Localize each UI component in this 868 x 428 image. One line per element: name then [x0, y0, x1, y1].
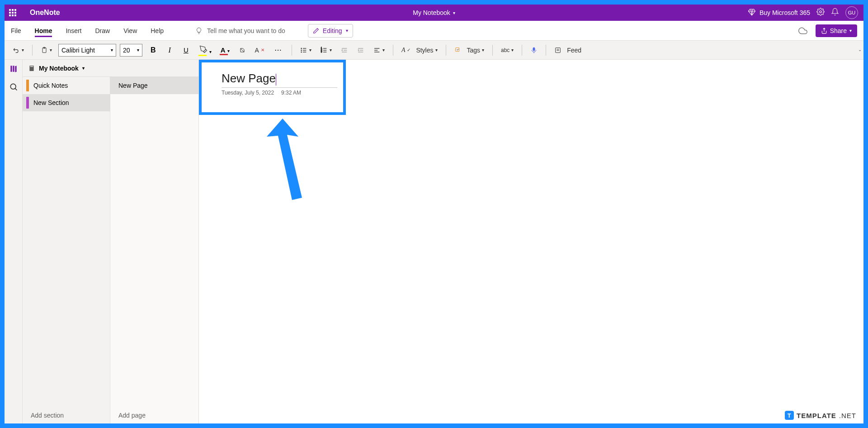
page-title-input[interactable]: New Page — [222, 71, 337, 88]
page-item[interactable]: New Page — [110, 77, 198, 94]
svg-rect-32 — [30, 66, 33, 67]
add-page-button[interactable]: Add page — [110, 407, 198, 423]
styles-button[interactable]: A✓ Styles▾ — [399, 45, 440, 56]
watermark-icon: T — [785, 411, 794, 420]
align-button[interactable]: ▾ — [371, 45, 387, 56]
feed-button[interactable]: Feed — [552, 45, 584, 56]
menu-draw[interactable]: Draw — [95, 24, 110, 37]
search-icon[interactable] — [9, 82, 18, 91]
menu-bar: File Home Insert Draw View Help Tell me … — [5, 21, 863, 41]
share-button[interactable]: Share ▾ — [816, 24, 857, 37]
menu-file[interactable]: File — [11, 24, 21, 37]
section-item-quick-notes[interactable]: Quick Notes — [23, 77, 110, 94]
svg-line-30 — [15, 88, 17, 90]
underline-button[interactable]: U — [179, 44, 193, 56]
notebooks-icon[interactable] — [9, 64, 18, 73]
page-date: Tuesday, July 5, 2022 — [222, 90, 274, 96]
chevron-down-icon: ▾ — [849, 28, 852, 33]
notebook-title-label: My Notebook — [413, 9, 450, 16]
menu-help[interactable]: Help — [151, 24, 164, 37]
collapse-ribbon-icon[interactable]: ⌄ — [858, 47, 862, 52]
svg-point-0 — [820, 11, 822, 13]
svg-rect-25 — [533, 48, 535, 51]
navigation-pane: My Notebook ▾ Quick Notes New Section Ad… — [23, 60, 199, 423]
tell-me-search[interactable]: Tell me what you want to do — [195, 27, 285, 34]
outdent-button[interactable] — [338, 45, 351, 56]
buy-microsoft-365-link[interactable]: Buy Microsoft 365 — [748, 8, 810, 18]
svg-point-29 — [10, 84, 16, 89]
clear-format-button[interactable] — [236, 45, 249, 56]
menu-insert[interactable]: Insert — [66, 24, 81, 37]
svg-point-5 — [301, 52, 302, 52]
share-label: Share — [830, 27, 847, 34]
svg-marker-33 — [267, 119, 302, 200]
buy-label: Buy Microsoft 365 — [760, 9, 810, 16]
dictate-button[interactable] — [528, 45, 540, 56]
bullets-button[interactable]: ▾ — [297, 45, 314, 56]
gear-icon[interactable] — [816, 8, 825, 18]
title-bar: OneNote My Notebook ▾ Buy Microsoft 365 … — [5, 5, 863, 21]
section-color-tab — [26, 97, 29, 109]
svg-text:3: 3 — [321, 51, 322, 53]
menu-home[interactable]: Home — [35, 24, 52, 37]
notebook-label: My Notebook — [39, 65, 79, 72]
tags-button[interactable]: Tags▾ — [452, 45, 487, 56]
highlight-button[interactable]: ▾ — [197, 43, 214, 57]
tell-me-placeholder: Tell me what you want to do — [207, 27, 285, 34]
app-name: OneNote — [30, 9, 60, 17]
app-launcher-icon[interactable] — [5, 5, 21, 21]
paste-button[interactable]: ▾ — [38, 45, 55, 56]
indent-button[interactable] — [354, 45, 367, 56]
spellcheck-button[interactable]: abc▾ — [498, 45, 516, 55]
chevron-down-icon: ▾ — [346, 28, 348, 33]
bell-icon[interactable] — [831, 8, 839, 18]
svg-rect-24 — [455, 48, 459, 51]
cloud-sync-icon[interactable] — [798, 26, 807, 35]
add-section-button[interactable]: Add section — [23, 407, 110, 423]
chevron-down-icon: ▾ — [453, 10, 455, 15]
editing-mode-button[interactable]: Editing ▾ — [308, 24, 353, 38]
font-name-select[interactable]: Calibri Light▾ — [58, 44, 116, 57]
page-canvas[interactable]: New Page Tuesday, July 5, 2022 9:32 AM — [199, 60, 863, 423]
numbering-button[interactable]: 123▾ — [318, 45, 335, 56]
ribbon-toolbar: ▾ ▾ Calibri Light▾ 20▾ B I U ▾ A▾ A✕ ⋯ ▾… — [5, 41, 863, 60]
page-time: 9:32 AM — [281, 90, 301, 96]
lightbulb-icon — [195, 27, 203, 34]
svg-point-3 — [301, 48, 302, 48]
format-painter-button[interactable]: A✕ — [252, 45, 267, 56]
section-color-tab — [26, 80, 29, 91]
left-rail — [5, 60, 23, 423]
pen-icon — [313, 28, 319, 34]
notebook-title-dropdown[interactable]: My Notebook ▾ — [413, 9, 455, 16]
svg-rect-26 — [556, 48, 561, 52]
menu-view[interactable]: View — [123, 24, 137, 37]
sections-list: Quick Notes New Section Add section — [23, 77, 110, 423]
diamond-icon — [748, 8, 756, 18]
avatar[interactable]: GU — [845, 6, 858, 19]
annotation-arrow — [267, 119, 312, 204]
bold-button[interactable]: B — [146, 44, 160, 56]
svg-point-4 — [301, 50, 302, 50]
more-options-button[interactable]: ⋯ — [271, 44, 286, 56]
share-icon — [821, 28, 827, 34]
notebook-icon — [28, 65, 35, 72]
editing-label: Editing — [323, 27, 342, 34]
notebook-selector[interactable]: My Notebook ▾ — [23, 60, 198, 77]
pages-list: New Page Add page — [110, 77, 198, 423]
font-size-select[interactable]: 20▾ — [120, 44, 142, 57]
italic-button[interactable]: I — [164, 44, 175, 56]
undo-button[interactable]: ▾ — [10, 45, 27, 56]
chevron-down-icon: ▾ — [82, 66, 85, 71]
watermark: T TEMPLATE.NET — [785, 411, 856, 420]
font-color-button[interactable]: A▾ — [218, 44, 232, 56]
section-item-new-section[interactable]: New Section — [23, 94, 110, 111]
